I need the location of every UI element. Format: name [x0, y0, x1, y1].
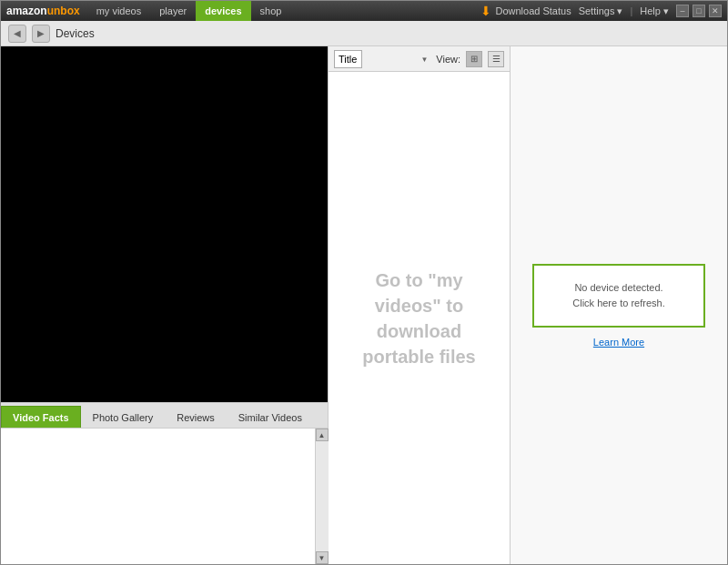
- device-message: No device detected. Click here to refres…: [572, 280, 664, 310]
- right-panel: No device detected. Click here to refres…: [511, 46, 727, 564]
- tab-photo-gallery[interactable]: Photo Gallery: [81, 406, 166, 428]
- title-bar-right: ⬇ Download Status Settings ▾ | Help ▾ – …: [480, 4, 722, 18]
- video-area: [1, 46, 328, 402]
- settings-help-area: Settings ▾ | Help ▾: [579, 5, 669, 17]
- app-logo: amazon unbox: [6, 5, 80, 17]
- minimize-button[interactable]: –: [676, 5, 689, 17]
- settings-button[interactable]: Settings ▾: [579, 5, 623, 17]
- logo-unbox: unbox: [47, 5, 80, 17]
- grid-view-button[interactable]: ⊞: [466, 51, 482, 67]
- scroll-track[interactable]: [316, 441, 329, 551]
- logo-amazon: amazon: [6, 5, 47, 17]
- sort-select[interactable]: Title: [334, 50, 362, 68]
- scroll-up-button[interactable]: ▲: [316, 429, 329, 441]
- placeholder-text: Go to "my videos" to download portable f…: [329, 249, 510, 388]
- device-msg-line2: Click here to refresh.: [572, 296, 664, 311]
- middle-content: Go to "my videos" to download portable f…: [329, 72, 510, 564]
- scroll-down-button[interactable]: ▼: [316, 551, 329, 564]
- left-panel: Video Facts Photo Gallery Reviews Simila…: [1, 46, 329, 564]
- scrollbar: ▲ ▼: [315, 429, 328, 564]
- nav-my-videos[interactable]: my videos: [87, 1, 151, 21]
- restore-button[interactable]: □: [693, 5, 705, 17]
- tabs-bar: Video Facts Photo Gallery Reviews Simila…: [1, 402, 328, 428]
- tab-content-area: ▲ ▼: [1, 428, 328, 564]
- app-window: amazon unbox my videos player devices sh…: [0, 0, 728, 565]
- nav-devices[interactable]: devices: [196, 1, 250, 21]
- breadcrumb: Devices: [56, 27, 95, 40]
- help-button[interactable]: Help ▾: [640, 5, 669, 17]
- download-icon: ⬇: [480, 4, 491, 18]
- title-bar: amazon unbox my videos player devices sh…: [1, 1, 727, 21]
- close-button[interactable]: ✕: [709, 5, 722, 17]
- download-status[interactable]: ⬇ Download Status: [480, 4, 571, 18]
- tab-video-facts[interactable]: Video Facts: [1, 406, 81, 428]
- toolbar: ◀ ▶ Devices: [1, 21, 727, 46]
- forward-button[interactable]: ▶: [32, 25, 50, 43]
- tab-similar-videos[interactable]: Similar Videos: [227, 406, 314, 428]
- device-box[interactable]: No device detected. Click here to refres…: [532, 264, 705, 328]
- back-button[interactable]: ◀: [8, 25, 26, 43]
- learn-more-link[interactable]: Learn More: [593, 337, 644, 348]
- sort-bar: Title View: ⊞ ☰: [329, 46, 510, 72]
- list-view-button[interactable]: ☰: [488, 51, 504, 67]
- nav-shop[interactable]: shop: [251, 1, 291, 21]
- main-content: Video Facts Photo Gallery Reviews Simila…: [1, 46, 727, 564]
- tab-reviews[interactable]: Reviews: [165, 406, 227, 428]
- middle-panel: Title View: ⊞ ☰ Go to "my videos" to dow…: [329, 46, 511, 564]
- title-bar-left: amazon unbox my videos player devices sh…: [6, 1, 290, 21]
- window-controls: – □ ✕: [676, 5, 722, 17]
- nav-bar: my videos player devices shop: [87, 1, 291, 21]
- download-status-label: Download Status: [495, 5, 571, 16]
- nav-player[interactable]: player: [150, 1, 196, 21]
- view-label: View:: [436, 54, 460, 65]
- sort-select-wrapper: Title: [334, 50, 430, 68]
- device-msg-line1: No device detected.: [572, 280, 664, 296]
